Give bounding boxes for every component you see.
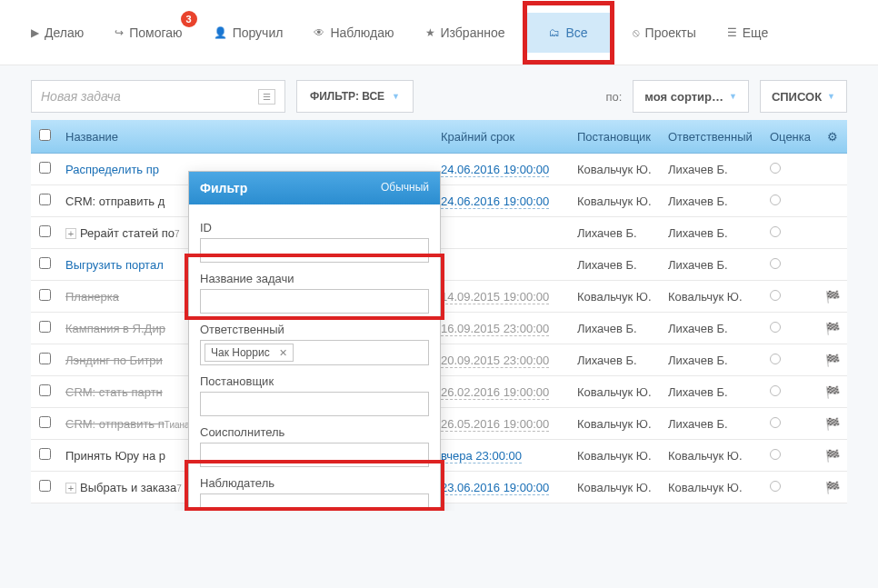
deadline-link[interactable]: 23.06.2016 19:00:00: [441, 481, 549, 495]
deadline-link[interactable]: 16.09.2015 23:00:00: [441, 322, 549, 336]
grade-circle-icon[interactable]: [770, 226, 781, 237]
task-link[interactable]: Выгрузить портал: [65, 258, 164, 272]
col-setter[interactable]: Постановщик: [570, 120, 661, 154]
row-grade-cell: [763, 217, 818, 249]
tab-assigned[interactable]: 👤 Поручил: [201, 16, 296, 49]
input-observer[interactable]: [200, 493, 429, 511]
input-task-name[interactable]: [200, 289, 429, 314]
col-responsible[interactable]: Ответственный: [661, 120, 763, 154]
field-setter: Постановщик: [200, 374, 429, 416]
row-responsible-cell: Лихачев Б.: [661, 154, 763, 185]
grade-circle-icon[interactable]: [770, 258, 781, 269]
col-deadline[interactable]: Крайний срок: [434, 120, 570, 154]
col-name[interactable]: Название: [58, 120, 434, 154]
row-checkbox[interactable]: [39, 353, 51, 364]
row-grade-cell: [763, 249, 818, 281]
grade-circle-icon[interactable]: [770, 322, 781, 333]
grade-circle-icon[interactable]: [770, 354, 781, 364]
grade-circle-icon[interactable]: [770, 385, 781, 396]
task-link[interactable]: Рерайт статей по: [80, 226, 175, 240]
col-grade[interactable]: Оценка: [763, 120, 818, 154]
row-deadline-cell: вчера 23:00:00: [434, 440, 570, 472]
grade-circle-icon[interactable]: [770, 194, 781, 205]
grade-circle-icon[interactable]: [770, 449, 781, 460]
gear-icon[interactable]: ⚙: [827, 130, 838, 144]
flag-icon: 🏁: [825, 417, 840, 431]
tab-watching[interactable]: 👁 Наблюдаю: [301, 16, 406, 49]
new-task-input[interactable]: Новая задача ☰: [31, 80, 285, 113]
row-checkbox[interactable]: [39, 257, 51, 269]
task-link[interactable]: Выбрать и заказа: [80, 481, 176, 494]
row-checkbox[interactable]: [39, 162, 51, 174]
label-id: ID: [200, 221, 429, 234]
deadline-link[interactable]: 24.06.2016 19:00:00: [441, 194, 549, 209]
row-responsible-cell: Лихачев Б.: [661, 376, 763, 408]
row-checkbox[interactable]: [39, 480, 51, 492]
task-link[interactable]: Планерка: [65, 290, 119, 304]
deadline-link[interactable]: 26.05.2016 19:00:00: [441, 417, 549, 432]
row-responsible-cell: Ковальчук Ю.: [661, 440, 763, 472]
select-all-checkbox[interactable]: [39, 129, 51, 141]
deadline-link[interactable]: вчера 23:00:00: [441, 449, 522, 463]
filter-mode-toggle[interactable]: Обычный: [381, 181, 429, 195]
row-checkbox[interactable]: [39, 289, 51, 301]
row-responsible-cell: Ковальчук Ю.: [661, 281, 763, 313]
row-flag-cell: 🏁: [818, 376, 847, 408]
input-responsible[interactable]: Чак Норрис ✕: [200, 340, 429, 365]
tab-label: Поручил: [233, 25, 284, 40]
tab-favorites[interactable]: ★ Избранное: [413, 16, 518, 49]
deadline-link[interactable]: 20.09.2015 23:00:00: [441, 354, 549, 368]
row-setter-cell: Лихачев Б.: [570, 344, 661, 376]
row-deadline-cell: 23.06.2016 19:00:00: [434, 472, 570, 503]
task-link[interactable]: Лэндинг по Битри: [65, 354, 163, 367]
row-checkbox[interactable]: [39, 448, 51, 460]
task-link[interactable]: CRM: стать партн: [65, 385, 163, 399]
row-setter-cell: Ковальчук Ю.: [570, 376, 661, 408]
form-icon[interactable]: ☰: [258, 89, 275, 105]
chip-remove-icon[interactable]: ✕: [279, 347, 287, 359]
tab-helping[interactable]: ↪ Помогаю 3: [102, 16, 195, 49]
tab-all[interactable]: 🗂 Все: [527, 13, 609, 53]
label-task-name: Название задачи: [200, 272, 429, 285]
col-checkbox[interactable]: [31, 120, 58, 154]
row-checkbox[interactable]: [39, 225, 51, 237]
filter-button[interactable]: ФИЛЬТР: ВСЕ ▼: [296, 80, 414, 113]
task-link[interactable]: Кампания в Я.Дир: [65, 322, 165, 335]
tab-doing[interactable]: ▶ Делаю: [18, 16, 96, 49]
row-deadline-cell: [434, 249, 570, 281]
input-id[interactable]: [200, 238, 429, 263]
task-link[interactable]: CRM: отправить д: [65, 194, 165, 208]
grade-circle-icon[interactable]: [770, 481, 781, 492]
row-flag-cell: 🏁: [818, 313, 847, 344]
tab-projects[interactable]: ⦸ Проекты: [620, 16, 709, 49]
sort-button[interactable]: моя сортир… ▼: [633, 80, 749, 113]
row-checkbox-cell: [31, 408, 58, 440]
expand-icon[interactable]: +: [65, 483, 76, 493]
row-flag-cell: 🏁: [818, 281, 847, 313]
row-checkbox[interactable]: [39, 321, 51, 333]
task-link[interactable]: CRM: отправить п: [65, 417, 165, 431]
row-checkbox[interactable]: [39, 416, 51, 428]
flag-icon: 🏁: [825, 322, 840, 335]
tab-more[interactable]: ☰ Еще: [714, 16, 782, 49]
expand-icon[interactable]: +: [65, 228, 76, 239]
task-link[interactable]: Распределить пр: [65, 163, 159, 176]
grade-circle-icon[interactable]: [770, 290, 781, 301]
input-accomplice[interactable]: [200, 443, 429, 467]
row-checkbox[interactable]: [39, 384, 51, 396]
row-deadline-cell: 20.09.2015 23:00:00: [434, 344, 570, 376]
col-settings[interactable]: ⚙: [818, 120, 847, 154]
row-deadline-cell: 16.09.2015 23:00:00: [434, 313, 570, 344]
view-button[interactable]: СПИСОК ▼: [760, 80, 847, 113]
deadline-link[interactable]: 24.06.2016 19:00:00: [441, 163, 549, 177]
input-setter[interactable]: [200, 392, 429, 416]
row-flag-cell: [818, 185, 847, 217]
grade-circle-icon[interactable]: [770, 163, 781, 174]
deadline-link[interactable]: 14.09.2015 19:00:00: [441, 290, 549, 304]
task-link[interactable]: Принять Юру на р: [65, 449, 165, 463]
grade-circle-icon[interactable]: [770, 417, 781, 428]
sub-count: 7: [176, 483, 182, 493]
row-checkbox[interactable]: [39, 194, 51, 205]
row-responsible-cell: Лихачев Б.: [661, 249, 763, 281]
deadline-link[interactable]: 26.02.2016 19:00:00: [441, 385, 549, 400]
